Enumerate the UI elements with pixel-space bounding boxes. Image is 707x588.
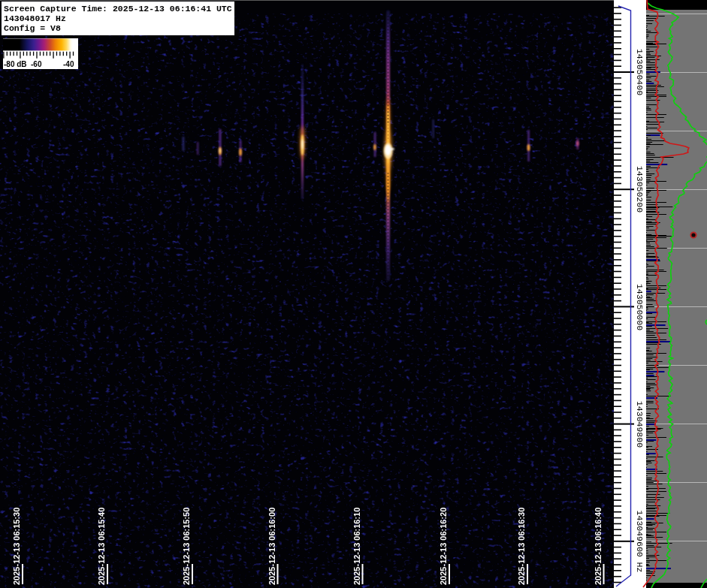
svg-text:Screen Capture Time: 2025-12-1: Screen Capture Time: 2025-12-13 06:16:41… <box>4 4 232 14</box>
svg-text:2025-12-13 06:16:00: 2025-12-13 06:16:00 <box>267 508 276 585</box>
svg-text:2025-12-13 06:16:40: 2025-12-13 06:16:40 <box>594 508 603 585</box>
svg-text:143050000: 143050000 <box>635 284 645 330</box>
svg-text:2025-12-13 06:15:50: 2025-12-13 06:15:50 <box>182 508 191 585</box>
svg-text:143050200: 143050200 <box>635 166 645 213</box>
svg-text:143050400: 143050400 <box>635 49 645 95</box>
svg-text:2025-12-13 06:16:30: 2025-12-13 06:16:30 <box>517 508 526 585</box>
svg-text:-80 dB: -80 dB <box>4 60 27 68</box>
svg-text:143049600 Hz: 143049600 Hz <box>635 511 645 573</box>
svg-text:2025-12-13 06:15:30: 2025-12-13 06:15:30 <box>12 508 21 585</box>
svg-text:143049800: 143049800 <box>635 401 645 448</box>
svg-text:2025-12-13 06:15:40: 2025-12-13 06:15:40 <box>97 508 106 585</box>
svg-text:143048017 Hz: 143048017 Hz <box>4 14 66 23</box>
svg-text:2025-12-13 06:16:10: 2025-12-13 06:16:10 <box>352 508 361 585</box>
svg-text:-60: -60 <box>31 60 42 68</box>
svg-text:Config = V8: Config = V8 <box>4 23 61 33</box>
svg-text:-40: -40 <box>63 60 74 68</box>
svg-text:2025-12-13 06:16:20: 2025-12-13 06:16:20 <box>439 508 448 585</box>
